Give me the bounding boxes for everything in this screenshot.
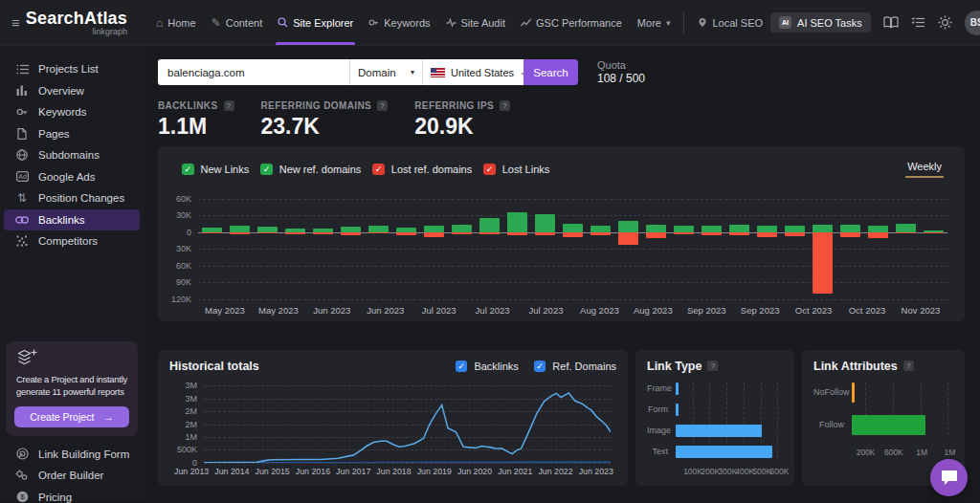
sidebar-item-competitors[interactable]: Competitors — [4, 230, 140, 252]
new-links-bar — [424, 226, 443, 231]
chat-icon — [940, 470, 959, 487]
create-project-button[interactable]: Create Project → — [14, 406, 129, 427]
checkbox-checked-icon[interactable]: ✓ — [182, 164, 194, 176]
gear-icon[interactable] — [938, 15, 952, 30]
legend-new-links[interactable]: ✓ New Links — [182, 164, 249, 176]
new-links-bar — [813, 225, 832, 232]
category-label: Image — [647, 426, 676, 435]
legend-lost-links[interactable]: ✓ Lost Links — [483, 164, 549, 176]
backlinks-line — [204, 393, 611, 463]
help-icon[interactable]: ? — [707, 361, 718, 371]
nav-site-audit[interactable]: Site Audit — [438, 0, 513, 45]
country-select[interactable]: United States ⌄ — [422, 59, 523, 85]
sidebar-item-backlinks[interactable]: Backlinks — [4, 209, 140, 231]
menu-icon[interactable]: ≡ — [11, 14, 20, 31]
x-axis-label: Jul 2023 — [520, 305, 573, 316]
sidebar-bottom: Link Building Form Order Builder $ Prici… — [0, 444, 144, 503]
new-links-bar — [896, 224, 915, 232]
bar-track — [676, 425, 783, 437]
x-axis-label: Jul 2023 — [466, 305, 520, 316]
x-axis-label: 200K — [701, 467, 720, 476]
checkbox-checked-icon[interactable]: ✓ — [456, 361, 468, 373]
help-icon[interactable]: ? — [500, 100, 510, 111]
sidebar-item-subdomains[interactable]: Subdomains — [4, 144, 140, 166]
grid-line — [204, 463, 611, 464]
image-bar — [676, 425, 762, 437]
lost-links-bar — [590, 232, 610, 235]
nav-more[interactable]: More ▾ — [630, 0, 679, 45]
chart-legend: ✓ New Links ✓ New ref. domains ✓ Lost re… — [182, 161, 951, 178]
nav-content[interactable]: ✎ Content — [204, 0, 271, 45]
x-axis-label: Jun 2023 — [576, 467, 616, 476]
link-icon — [15, 216, 29, 224]
checkbox-checked-icon[interactable]: ✓ — [534, 361, 546, 373]
lost-links-bar — [813, 232, 832, 294]
ai-seo-tasks-button[interactable]: AI AI SEO Tasks — [770, 12, 871, 33]
bar-chart-icon — [15, 85, 29, 96]
avatar: BS — [965, 11, 980, 35]
legend-lost-ref-domains[interactable]: ✓ Lost ref. domains — [372, 164, 472, 176]
sidebar-item-keywords[interactable]: Keywords — [4, 101, 140, 123]
logo-text: SearchAtlas — [26, 10, 127, 27]
weekly-tab[interactable]: Weekly — [905, 161, 944, 178]
lost-links-bar — [896, 232, 915, 233]
new-links-bar — [368, 226, 388, 232]
nav-keywords[interactable]: Keywords — [361, 0, 437, 45]
logo[interactable]: SearchAtlas linkgraph — [26, 10, 127, 36]
help-icon[interactable]: ? — [224, 100, 234, 111]
book-icon[interactable] — [883, 16, 899, 29]
sidebar-item-link-building-form[interactable]: Link Building Form — [4, 444, 140, 466]
nav-site-explorer[interactable]: Site Explorer — [270, 0, 361, 45]
sidebar-item-pages[interactable]: Pages — [4, 123, 140, 145]
ad-icon: Ad — [15, 171, 29, 182]
sidebar-item-order-builder[interactable]: Order Builder — [4, 465, 140, 487]
sidebar-item-overview[interactable]: Overview — [4, 80, 140, 102]
hbar-row: Frame — [647, 383, 783, 395]
sidebar-item-position-changes[interactable]: ⇅ Position Changes — [4, 187, 140, 209]
scatter-icon — [15, 235, 29, 247]
legend-backlinks[interactable]: ✓ Backlinks — [456, 361, 519, 373]
ai-icon: AI — [779, 16, 791, 29]
page-icon — [15, 128, 29, 140]
target-icon — [15, 448, 29, 460]
search-button[interactable]: Search — [523, 59, 578, 85]
bar-group — [753, 199, 781, 299]
pin-icon — [698, 17, 707, 28]
new-links-bar — [563, 224, 582, 232]
domain-input[interactable] — [158, 59, 349, 85]
nav-gsc-performance[interactable]: GSC Performance — [513, 0, 630, 45]
bar-group — [281, 199, 309, 299]
checklist-icon[interactable] — [911, 16, 925, 29]
x-axis-label: 300K — [718, 467, 737, 476]
checkbox-checked-icon[interactable]: ✓ — [372, 164, 385, 176]
x-axis-label: Sep 2023 — [733, 305, 787, 316]
x-axis-label: 600K — [769, 467, 789, 476]
y-axis-label: 60K — [176, 194, 191, 204]
help-icon[interactable]: ? — [377, 100, 388, 111]
x-axis-label: Oct 2023 — [787, 305, 840, 316]
checkbox-checked-icon[interactable]: ✓ — [483, 164, 496, 176]
sidebar-item-pricing[interactable]: $ Pricing — [4, 487, 140, 503]
sidebar-item-google-ads[interactable]: Ad Google Ads — [4, 166, 140, 188]
nav-local-seo[interactable]: Local SEO — [690, 0, 770, 45]
new-links-bar — [590, 226, 610, 232]
bar-group — [559, 199, 587, 299]
legend-ref-domains[interactable]: ✓ Ref. Domains — [534, 361, 616, 373]
help-icon[interactable]: ? — [903, 361, 914, 371]
chat-bubble-button[interactable] — [930, 459, 968, 496]
sidebar-item-projects-list[interactable]: Projects List — [4, 58, 140, 80]
category-label: Frame — [647, 383, 676, 393]
lost-links-bar — [924, 232, 943, 233]
checkbox-checked-icon[interactable]: ✓ — [260, 164, 273, 176]
stats-row: BACKLINKS? 1.1M REFERRING DOMAINS? 23.7K… — [158, 100, 965, 140]
y-axis-label: 60K — [176, 261, 191, 271]
nav-home[interactable]: ⌂ Home — [148, 0, 204, 45]
new-links-bar — [785, 226, 804, 232]
search-type-select[interactable]: Domain ▾ — [349, 59, 422, 85]
legend-new-ref-domains[interactable]: ✓ New ref. domains — [260, 164, 361, 176]
stat-backlinks: BACKLINKS? 1.1M — [158, 100, 234, 140]
x-axis-label: 400K — [735, 467, 754, 476]
x-axis-label: 600K — [884, 448, 903, 457]
key-icon — [15, 106, 29, 118]
user-menu[interactable]: BS ▾ — [965, 11, 980, 35]
